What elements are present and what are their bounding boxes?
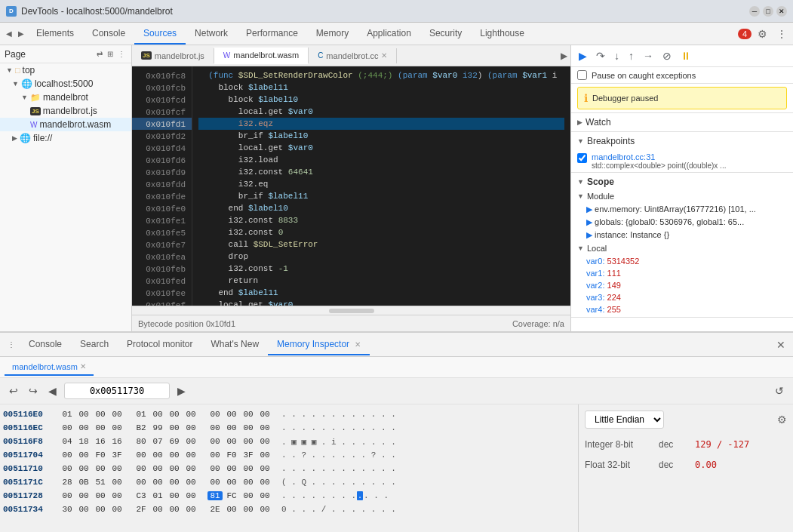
step-out-button[interactable]: ↑: [625, 48, 637, 63]
bottom-tab-whatsnew[interactable]: What's New: [201, 334, 268, 355]
tab-arrow-left[interactable]: ◀: [3, 29, 15, 38]
memory-hex: 005116E0 01000000 01000000 00000000 . . …: [0, 404, 578, 532]
step-over-button[interactable]: ↷: [593, 48, 608, 63]
resume-button[interactable]: ▶: [576, 48, 590, 63]
address-input[interactable]: 0x00511730: [64, 383, 170, 399]
code-line-13: i32.const 8833: [198, 214, 564, 226]
main-tabbar: ◀ ▶ Elements Console Sources Network Per…: [0, 23, 793, 45]
tab-memory[interactable]: Memory: [307, 23, 358, 45]
pause-button[interactable]: ⏸: [678, 48, 694, 63]
settings-icon[interactable]: ⚙: [755, 25, 770, 43]
prev-address-button[interactable]: ◀: [45, 383, 60, 398]
tab-sources[interactable]: Sources: [134, 23, 186, 45]
bottom-tab-right: ✕: [772, 337, 790, 352]
tab-lighthouse[interactable]: Lighthouse: [471, 23, 533, 45]
tree-item-file[interactable]: ▶ 🌐 file://: [0, 131, 131, 145]
bottom-tab-memory-inspector[interactable]: Memory Inspector ✕: [268, 334, 370, 355]
bottom-tab-console[interactable]: Console: [20, 334, 71, 355]
local-arrow: ▼: [577, 244, 584, 252]
tab-application[interactable]: Application: [358, 23, 420, 45]
file-tree-header: Page ⇄ ⊞ ⋮: [0, 45, 131, 63]
undo-button[interactable]: ↩: [6, 383, 21, 398]
code-line-7: local.get $var0: [198, 142, 564, 154]
maximize-button[interactable]: □: [763, 6, 773, 17]
code-line-17: i32.const -1: [198, 263, 564, 275]
tree-item-js[interactable]: JS mandelbrot.js: [0, 104, 131, 118]
tree-item-wasm[interactable]: W mandelbrot.wasm: [0, 118, 131, 131]
code-status: Bytecode position 0x10fd1 Coverage: n/a: [132, 315, 570, 331]
more-options-icon[interactable]: ⋮: [773, 25, 790, 43]
tab-elements[interactable]: Elements: [27, 23, 83, 45]
new-group-icon[interactable]: ⊞: [106, 48, 115, 60]
source-tab-more[interactable]: ▶: [558, 48, 570, 64]
tab-performance[interactable]: Performance: [237, 23, 307, 45]
bottom-tab-search[interactable]: Search: [71, 334, 118, 355]
titlebar-left: D DevTools - localhost:5000/mandelbrot: [6, 6, 173, 17]
memory-row-1: 005116E0 01000000 01000000 00000000 . . …: [0, 407, 578, 421]
breakpoints-label: Breakpoints: [587, 136, 635, 146]
more-icon[interactable]: ⋮: [116, 48, 127, 60]
sync-icon[interactable]: ⇄: [95, 48, 104, 60]
module-label: Module: [587, 192, 614, 201]
source-tab-wasm[interactable]: W mandelbrot.wasm: [214, 48, 309, 64]
source-tab-js[interactable]: JS mandelbrot.js: [132, 48, 214, 63]
env-memory-val: env.memory: Uint8Array(16777216) [101, .…: [595, 204, 756, 214]
close-button[interactable]: ✕: [776, 6, 787, 17]
var2-val: 149: [607, 281, 621, 290]
refresh-button[interactable]: ↺: [772, 383, 787, 398]
paused-notice: ℹ Debugger paused: [577, 87, 787, 109]
local-header[interactable]: ▼ Local: [571, 241, 793, 255]
source-tab-cc[interactable]: C mandelbrot.cc ✕: [309, 48, 397, 63]
memory-body: 005116E0 01000000 01000000 00000000 . . …: [0, 404, 793, 532]
integer-8bit-label: Integer 8-bit: [585, 439, 653, 450]
mem-bytes-6: 280B5100 00000000 00000000: [57, 478, 275, 487]
debugger-paused-section: ℹ Debugger paused: [571, 84, 793, 113]
source-tab-cc-close[interactable]: ✕: [381, 51, 387, 60]
memory-wasm-tab-close[interactable]: ✕: [80, 362, 86, 371]
folder-icon-mandelbrot: 📁: [30, 93, 41, 103]
tab-security[interactable]: Security: [420, 23, 471, 45]
memory-row-7: 00511728 00000000 C3010000 81FC0000 . . …: [0, 489, 578, 503]
code-content[interactable]: (func $SDL_SetRenderDrawColor (;444;) (p…: [192, 66, 570, 306]
tab-arrow-right[interactable]: ▶: [15, 29, 27, 38]
scope-var4: var4: 255: [571, 303, 793, 315]
bottom-close-button[interactable]: ✕: [772, 337, 790, 352]
module-header[interactable]: ▼ Module: [571, 189, 793, 203]
var2-prop: var2:: [586, 281, 607, 290]
paused-notice-text: Debugger paused: [592, 94, 658, 103]
breakpoint-checkbox[interactable]: [577, 153, 587, 163]
breakpoint-detail: mandelbrot.cc:31 std::complex<double> po…: [592, 152, 726, 170]
globals-val: globals: {global0: 5306976, global1: 65.…: [595, 217, 744, 226]
memory-inspector-tab-close[interactable]: ✕: [355, 340, 361, 349]
bottom-tab-protocol[interactable]: Protocol monitor: [118, 334, 201, 355]
next-address-button[interactable]: ▶: [174, 383, 189, 398]
code-scroll[interactable]: [132, 306, 570, 315]
scope-header[interactable]: ▼ Scope: [571, 174, 793, 189]
tab-network[interactable]: Network: [186, 23, 237, 45]
step-into-button[interactable]: ↓: [611, 48, 622, 63]
redo-button[interactable]: ↪: [26, 383, 41, 398]
code-scroll-thumb[interactable]: [329, 309, 374, 313]
minimize-button[interactable]: ─: [749, 6, 760, 17]
var3-prop: var3:: [586, 293, 607, 302]
tab-console[interactable]: Console: [83, 23, 134, 45]
breakpoints-header[interactable]: ▼ Breakpoints: [571, 132, 793, 150]
bottom-tab-menu[interactable]: ⋮: [3, 340, 20, 349]
float-32bit-row: Float 32-bit dec 0.00: [585, 455, 787, 475]
tree-item-top[interactable]: ▼ □ top: [0, 63, 131, 77]
breakpoint-desc: std::complex<double> point((double)x ...: [592, 161, 726, 170]
line-0x010fef: 0x010fef: [132, 299, 192, 306]
endian-select[interactable]: Little Endian Big Endian: [585, 411, 664, 429]
memory-settings-icon[interactable]: ⚙: [777, 414, 787, 426]
step-button[interactable]: →: [640, 48, 656, 63]
tree-item-mandelbrot[interactable]: ▼ 📁 mandelbrot: [0, 91, 131, 104]
deactivate-button[interactable]: ⊘: [659, 48, 675, 63]
tree-label-top: top: [23, 65, 35, 75]
line-0x010fdd: 0x010fdd: [132, 178, 192, 190]
tree-item-localhost[interactable]: ▼ 🌐 localhost:5000: [0, 77, 131, 91]
mem-chars-2: . . . . . . . . . . . .: [275, 423, 402, 432]
watch-header[interactable]: ▶ Watch: [571, 113, 793, 131]
pause-exceptions-checkbox[interactable]: [577, 70, 587, 80]
float-32bit-format: dec: [659, 460, 689, 470]
memory-wasm-tab[interactable]: mandelbrot.wasm ✕: [5, 359, 94, 376]
